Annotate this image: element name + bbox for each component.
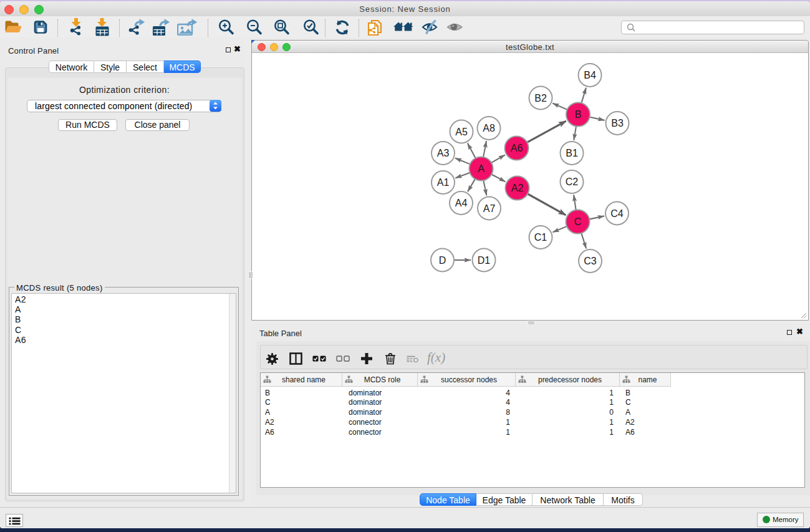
svg-text:C3: C3: [584, 256, 597, 266]
svg-text:C2: C2: [566, 177, 579, 187]
svg-text:B: B: [575, 109, 582, 120]
svg-text:A8: A8: [483, 123, 495, 133]
svg-text:B2: B2: [534, 93, 547, 104]
svg-text:A6: A6: [511, 143, 523, 153]
svg-text:B1: B1: [566, 148, 578, 158]
svg-text:C4: C4: [610, 208, 624, 219]
svg-text:A4: A4: [455, 198, 468, 208]
svg-text:C: C: [574, 216, 582, 227]
svg-text:B3: B3: [611, 118, 624, 128]
svg-text:A2: A2: [511, 183, 524, 193]
svg-text:C1: C1: [534, 232, 547, 243]
svg-text:A5: A5: [455, 127, 468, 137]
svg-text:D1: D1: [478, 255, 491, 266]
svg-text:B4: B4: [584, 70, 596, 80]
svg-text:D: D: [439, 255, 446, 266]
svg-text:A3: A3: [437, 148, 450, 158]
svg-text:A1: A1: [437, 177, 450, 188]
svg-text:A: A: [478, 163, 485, 174]
svg-text:A7: A7: [483, 203, 496, 214]
